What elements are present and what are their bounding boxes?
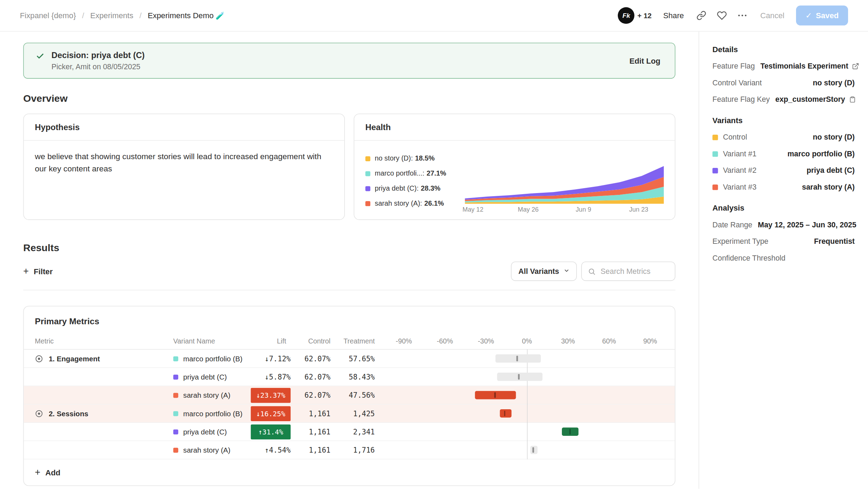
metrics-table-header: Metric Variant Name Lift Control Treatme… — [24, 333, 675, 350]
lift-mid-tick — [518, 374, 520, 380]
column-control: Control — [291, 337, 335, 345]
search-icon — [588, 267, 595, 275]
metric-row[interactable]: priya debt (C)↑31.4%1,1612,341 — [24, 423, 675, 441]
decision-check-icon — [36, 52, 44, 61]
results-controls: All Variants — [511, 262, 675, 281]
legend-name: priya debt (C): — [375, 185, 418, 192]
variants-title: Variants — [713, 116, 855, 125]
metric-cell: 2. Sessions — [24, 409, 169, 418]
variant-swatch — [713, 184, 718, 190]
details-title: Details — [713, 45, 855, 54]
variants-filter-dropdown[interactable]: All Variants — [511, 262, 577, 281]
x-axis-label: May 12 — [463, 206, 484, 213]
treatment-value: 2,341 — [335, 427, 379, 436]
metric-row[interactable]: sarah story (A)↑4.54%1,1611,716 — [24, 441, 675, 459]
cancel-button[interactable]: Cancel — [757, 11, 788, 20]
saved-button[interactable]: ✓ Saved — [796, 6, 848, 26]
decision-title: Decision: priya debt (C) — [51, 50, 145, 60]
avatar-group[interactable]: Fk + 12 — [618, 7, 652, 24]
breadcrumb-separator: / — [82, 11, 84, 20]
variant-name: marco portfolio (B) — [183, 354, 242, 363]
kv-value: Frequentist — [814, 237, 855, 246]
treatment-value: 57.65% — [335, 354, 379, 363]
lift-badge: ↑31.4% — [251, 424, 291, 439]
breadcrumb-item[interactable]: Fixpanel {demo} — [20, 11, 76, 20]
breadcrumb: Fixpanel {demo}/Experiments/Experiments … — [20, 11, 225, 20]
variant-cell: sarah story (A) — [169, 391, 251, 399]
overview-cards: Hypothesis we believe that showing custo… — [23, 114, 675, 220]
metric-row[interactable]: 1. Engagementmarco portfolio (B)↓7.12%62… — [24, 350, 675, 368]
analysis-row: Confidence Threshold — [713, 254, 855, 262]
health-title: Health — [354, 114, 675, 141]
legend-name: sarah story (A): — [375, 199, 422, 207]
metric-row[interactable]: priya debt (C)↓5.87%62.07%58.43% — [24, 368, 675, 386]
variant-swatch — [713, 168, 718, 173]
lift-cell: ↓16.25% — [251, 406, 291, 421]
metric-row[interactable]: sarah story (A)↓23.37%62.07%47.56% — [24, 386, 675, 404]
health-legend: no story (D):18.5%marco portfoli...:27.1… — [366, 147, 460, 215]
variant-cell: priya debt (C) — [169, 373, 251, 381]
hypothesis-text: we believe that showing customer stories… — [24, 141, 334, 208]
variant-row: Variant #2priya debt (C) — [713, 166, 855, 175]
filter-label: Filter — [34, 267, 53, 276]
legend-swatch — [366, 186, 370, 191]
copy-link-icon[interactable] — [695, 9, 708, 22]
plus-icon: + — [23, 267, 29, 276]
lift-badge: ↓23.37% — [251, 388, 291, 403]
details-section: Details Feature FlagTestimonials Experim… — [713, 45, 855, 104]
clipboard-icon[interactable] — [849, 96, 856, 103]
lift-mid-tick — [494, 392, 496, 398]
ci-chart-cell — [379, 423, 675, 441]
add-metric-button[interactable]: + Add — [24, 459, 71, 485]
variant-name: priya debt (C) — [183, 373, 227, 381]
analysis-row: Experiment TypeFrequentist — [713, 237, 855, 246]
column-treatment: Treatment — [335, 337, 379, 345]
edit-log-button[interactable]: Edit Log — [626, 56, 664, 66]
kv-value: marco portfolio (B) — [787, 150, 854, 158]
avatar[interactable]: Fk — [618, 7, 635, 24]
control-value: 62.07% — [291, 373, 335, 381]
breadcrumb-item[interactable]: Experiments — [90, 11, 133, 20]
more-options-icon[interactable] — [737, 9, 749, 22]
ci-chart-cell — [379, 404, 675, 422]
search-metrics-input[interactable] — [600, 267, 675, 276]
breadcrumb-item[interactable]: Experiments Demo 🧪 — [148, 11, 225, 20]
legend-swatch — [366, 171, 370, 176]
x-axis-label: May 26 — [518, 206, 539, 213]
health-card: Health no story (D):18.5%marco portfoli.… — [354, 114, 675, 220]
decision-banner: Decision: priya debt (C) Picker, Amit on… — [23, 43, 675, 79]
legend-value: 27.1% — [427, 170, 446, 177]
variant-name: sarah story (A) — [183, 446, 230, 454]
details-sidebar: Details Feature FlagTestimonials Experim… — [699, 31, 868, 489]
metric-target-icon — [35, 409, 43, 418]
column-lift: Lift — [251, 337, 291, 345]
metrics-table-body: 1. Engagementmarco portfolio (B)↓7.12%62… — [24, 350, 675, 460]
legend-value: 26.1% — [424, 199, 444, 207]
favorite-heart-icon[interactable] — [716, 9, 728, 22]
variants-filter-label: All Variants — [519, 267, 559, 276]
lift-value: ↑4.54% — [265, 446, 290, 454]
share-button[interactable]: Share — [660, 10, 687, 21]
variants-section: Variants Controlno story (D)Variant #1ma… — [713, 116, 855, 191]
variant-swatch — [713, 134, 718, 140]
external-link-icon[interactable] — [852, 63, 860, 70]
variant-name: priya debt (C) — [183, 427, 227, 436]
kv-label: Date Range — [713, 221, 752, 229]
details-row: Feature FlagTestimonials Experiment — [713, 62, 855, 70]
search-metrics[interactable] — [581, 262, 675, 281]
details-rows: Feature FlagTestimonials ExperimentContr… — [713, 62, 855, 104]
zero-axis-line — [527, 422, 528, 441]
zero-axis-line — [527, 440, 528, 459]
breadcrumb-separator: / — [139, 11, 142, 20]
metric-cell: 1. Engagement — [24, 354, 169, 363]
axis-tick-label: 0% — [522, 337, 532, 345]
details-row: Control Variantno story (D) — [713, 79, 855, 87]
metric-row[interactable]: 2. Sessionsmarco portfolio (B)↓16.25%1,1… — [24, 404, 675, 423]
add-filter-button[interactable]: + Filter — [23, 267, 53, 276]
health-body: no story (D):18.5%marco portfoli...:27.1… — [354, 141, 675, 219]
axis-tick-label: 90% — [643, 337, 657, 345]
kv-value: exp_customerStory — [775, 95, 856, 104]
ci-axis: -90%-60%-30%0%30%60%90% — [379, 333, 675, 349]
column-variant-name: Variant Name — [169, 337, 251, 345]
control-value: 1,161 — [291, 446, 335, 454]
